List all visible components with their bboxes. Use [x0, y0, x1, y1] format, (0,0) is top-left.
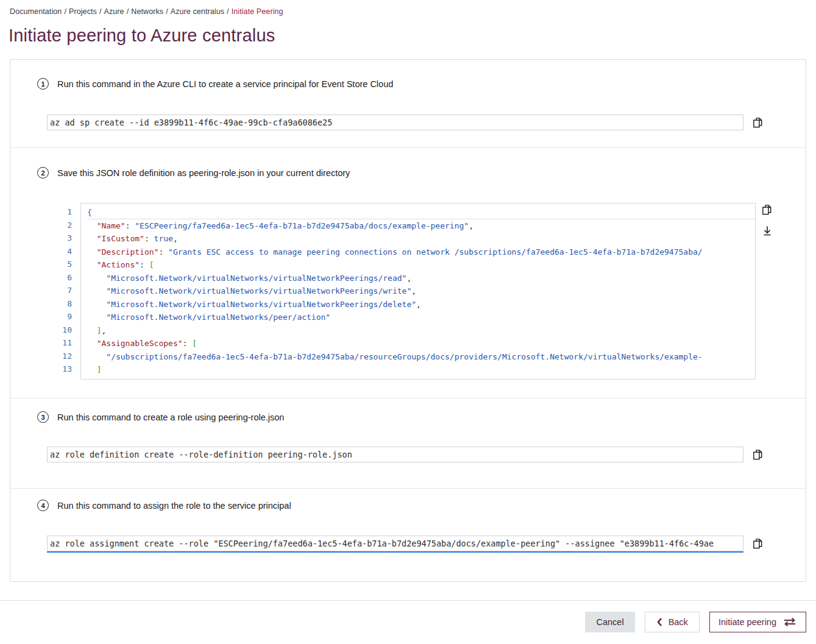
code-line: "AssignableScopes": [: [87, 337, 755, 350]
step-4-command-row: [47, 536, 764, 551]
line-number-gutter: 1234567891011121314: [47, 203, 80, 380]
code-line: "Name": "ESCPeering/fa7eed6a-1ec5-4efa-b…: [87, 219, 755, 233]
chevron-left-icon: [656, 617, 662, 627]
page: Documentation/Projects/Azure/Networks/Az…: [0, 0, 816, 644]
cancel-button-label: Cancel: [596, 617, 623, 627]
step-2-number-badge: 2: [37, 167, 49, 179]
step-1-command-row: [47, 115, 764, 130]
breadcrumb-link[interactable]: Projects: [69, 7, 97, 16]
editor-actions: [761, 203, 773, 238]
line-number: 11: [47, 336, 80, 350]
breadcrumb-separator: /: [166, 7, 168, 16]
line-number: 8: [47, 297, 80, 311]
breadcrumb-separator: /: [99, 7, 102, 16]
breadcrumb-separator: /: [64, 7, 66, 16]
breadcrumb-link[interactable]: Documentation: [10, 7, 62, 16]
cancel-button[interactable]: Cancel: [585, 612, 634, 632]
step-4-header: 4 Run this command to assign the role to…: [37, 500, 806, 511]
back-button[interactable]: Back: [645, 612, 700, 632]
initiate-peering-button-label: Initiate peering: [718, 617, 776, 627]
breadcrumb-current: Initiate Peering: [232, 7, 283, 16]
code-line: ],: [87, 324, 755, 338]
step-separator: [10, 398, 806, 398]
swap-arrows-icon: [782, 617, 797, 627]
copy-json-button[interactable]: [761, 203, 773, 216]
step-1-number-badge: 1: [37, 78, 49, 90]
json-editor: 1234567891011121314 { "Name": "ESCPeerin…: [47, 203, 756, 380]
breadcrumb-separator: /: [127, 7, 129, 16]
copy-button[interactable]: [751, 448, 764, 461]
line-number: 5: [47, 258, 80, 271]
line-number: 3: [47, 232, 80, 245]
breadcrumb-link[interactable]: Networks: [131, 7, 163, 16]
copy-icon: [751, 537, 764, 550]
step-4-command-input[interactable]: [47, 536, 743, 551]
line-number: 12: [47, 350, 80, 363]
copy-icon: [761, 203, 773, 216]
copy-icon: [751, 448, 764, 461]
breadcrumb-link[interactable]: Azure centralus: [171, 7, 224, 16]
code-line: "IsCustom": true,: [87, 232, 755, 246]
step-1-header: 1 Run this command in the Azure CLI to c…: [37, 78, 806, 90]
step-1-label: Run this command in the Azure CLI to cre…: [57, 79, 393, 89]
copy-icon: [751, 116, 764, 129]
code-line: "Microsoft.Network/virtualNetworks/virtu…: [87, 272, 755, 285]
code-line: "Description": "Grants ESC access to man…: [87, 246, 755, 259]
line-number: 6: [47, 271, 80, 285]
footer-divider: [0, 600, 816, 601]
step-3-label: Run this command to create a role using …: [57, 412, 284, 422]
step-separator: [10, 147, 806, 148]
code-line: {: [87, 206, 755, 219]
initiate-peering-button[interactable]: Initiate peering: [709, 612, 806, 632]
step-separator: [10, 488, 806, 489]
step-1-command-input[interactable]: [47, 115, 743, 130]
code-line: "/subscriptions/fa7eed6a-1ec5-4efa-b71a-…: [87, 350, 755, 364]
breadcrumb: Documentation/Projects/Azure/Networks/Az…: [10, 7, 283, 16]
code-line: ]: [87, 363, 755, 377]
code-line: "Actions": [: [87, 258, 755, 272]
line-number: 9: [47, 310, 80, 324]
code-line: "Microsoft.Network/virtualNetworks/virtu…: [87, 298, 755, 311]
step-3-number-badge: 3: [37, 411, 49, 423]
step-3-header: 3 Run this command to create a role usin…: [37, 411, 806, 423]
step-2-label: Save this JSON role definition as peerin…: [57, 168, 350, 178]
line-number: 2: [47, 219, 80, 232]
line-number: 13: [47, 363, 80, 376]
line-number: 7: [47, 284, 80, 297]
code-line: }: [87, 377, 755, 380]
download-json-button[interactable]: [761, 225, 773, 238]
line-number: 10: [47, 324, 80, 337]
copy-button[interactable]: [751, 537, 764, 550]
line-number: 1: [47, 205, 80, 219]
step-3-command-input[interactable]: [47, 447, 743, 462]
line-number: 4: [47, 245, 80, 258]
wizard-card: 1 Run this command in the Azure CLI to c…: [10, 59, 806, 582]
breadcrumb-link[interactable]: Azure: [104, 7, 124, 16]
footer-actions: Cancel Back Initiate peering: [585, 612, 806, 632]
step-4-number-badge: 4: [37, 500, 49, 511]
code-line: "Microsoft.Network/virtualNetworks/virtu…: [87, 285, 755, 298]
breadcrumb-separator: /: [227, 7, 229, 16]
download-icon: [761, 225, 773, 237]
step-2-header: 2 Save this JSON role definition as peer…: [37, 167, 806, 179]
json-editor-section: 1234567891011121314 { "Name": "ESCPeerin…: [10, 203, 806, 380]
step-3-command-row: [47, 447, 764, 462]
back-button-label: Back: [669, 617, 688, 627]
code-line: "Microsoft.Network/virtualNetworks/peer/…: [87, 311, 755, 324]
step-4-label: Run this command to assign the role to t…: [57, 501, 291, 511]
page-title: Initiate peering to Azure centralus: [9, 26, 275, 46]
json-code-pane[interactable]: { "Name": "ESCPeering/fa7eed6a-1ec5-4efa…: [80, 203, 756, 380]
line-number: 14: [47, 376, 80, 380]
copy-button[interactable]: [751, 116, 764, 129]
